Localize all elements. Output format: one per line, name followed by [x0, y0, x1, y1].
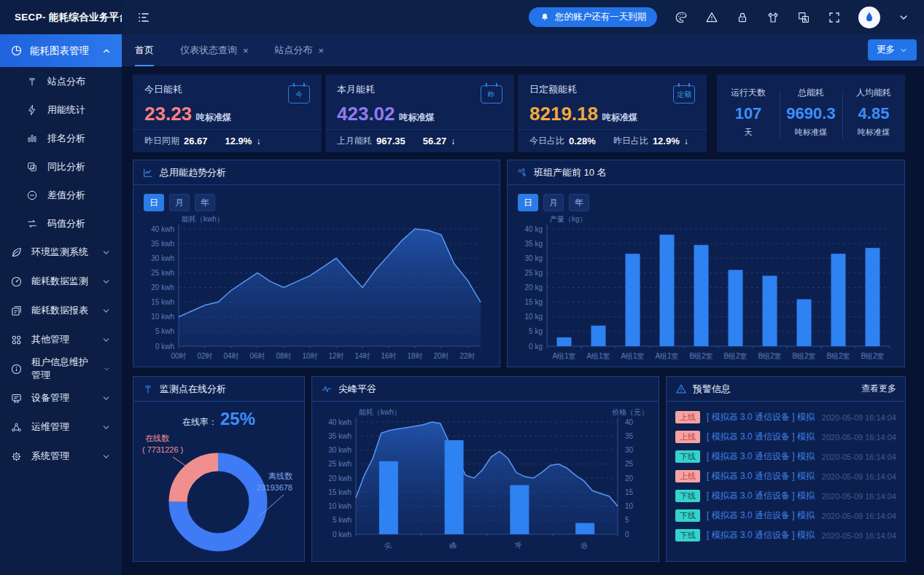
sidebar-item-energy-usage-stats[interactable]: 用能统计: [0, 95, 122, 124]
alert-row[interactable]: 上线 [ 模拟器 3.0 通信设备 ] 模拟器 3.0... 2020-05-0…: [675, 407, 896, 427]
sidebar-item-tenant-info-management[interactable]: 租户信息维护管理: [0, 354, 122, 383]
svg-text:10 kg: 10 kg: [525, 313, 543, 321]
period-tab-year[interactable]: 年: [569, 194, 589, 211]
sidebar-item-energy-chart-management[interactable]: 能耗图表管理: [0, 34, 122, 67]
svg-text:在线数: 在线数: [145, 434, 169, 442]
sidebar-item-yoy-analysis[interactable]: 同比分析: [0, 152, 122, 181]
svg-text:产量（kg）: 产量（kg）: [550, 215, 587, 223]
chevron-down-icon: [101, 277, 111, 286]
alert-text: [ 模拟器 3.0 通信设备 ] 模拟器 3.0...: [707, 431, 815, 443]
sidebar-item-system-management[interactable]: 系统管理: [0, 442, 122, 471]
period-tab-year[interactable]: 年: [195, 194, 215, 211]
close-icon[interactable]: ×: [243, 45, 249, 56]
close-icon[interactable]: ×: [319, 45, 325, 56]
period-tab-month[interactable]: 月: [169, 194, 190, 211]
chevron-down-icon[interactable]: [898, 12, 909, 23]
report-icon: [10, 305, 23, 317]
svg-text:16时: 16时: [381, 352, 396, 360]
app-title: SECP- 能耗综合业务平台: [15, 11, 129, 24]
panel-alerts: 预警信息 查看更多 上线 [ 模拟器 3.0 通信设备 ] 模拟器 3.0...…: [666, 376, 906, 562]
sidebar-item-label: 能耗数据报表: [31, 304, 88, 317]
alert-row[interactable]: 下线 [ 模拟器 3.0 通信设备 ] 模拟器 3.0... 2020-05-0…: [675, 447, 896, 466]
stat-card-value-row: 423.02吨标准煤: [337, 104, 502, 123]
palette-icon[interactable]: [675, 11, 688, 24]
fullscreen-icon[interactable]: [828, 11, 841, 24]
alert-list: 上线 [ 模拟器 3.0 通信设备 ] 模拟器 3.0... 2020-05-0…: [667, 402, 905, 545]
sidebar-item-difference-analysis[interactable]: 差值分析: [0, 181, 122, 209]
alert-row[interactable]: 下线 [ 模拟器 3.0 通信设备 ] 模拟器 3.0... 2020-05-0…: [675, 506, 896, 525]
sidebar-item-label: 其他管理: [31, 333, 69, 346]
svg-text:25 kg: 25 kg: [525, 269, 543, 277]
sidebar-item-label: 环境监测系统: [31, 246, 88, 259]
period-tab-day[interactable]: 日: [518, 194, 538, 211]
panel-header: 班组产能前 10 名: [508, 160, 904, 185]
chevron-down-icon: [103, 364, 111, 374]
sidebar-item-ops-management[interactable]: 运维管理: [0, 412, 122, 442]
svg-text:02时: 02时: [197, 352, 212, 360]
stat-card-value: 423.02: [337, 103, 395, 125]
stat-card-today-energy: 今日能耗 今 23.23吨标准煤 昨日同期 26.67 12.9% ↓: [133, 74, 322, 152]
period-tab-month[interactable]: 月: [543, 194, 564, 211]
svg-text:35 kwh: 35 kwh: [328, 432, 352, 440]
alert-time: 2020-05-09 16:14:04: [822, 472, 896, 481]
grid-icon: [10, 334, 23, 346]
alert-triangle-icon[interactable]: [705, 11, 718, 24]
svg-text:10 kwh: 10 kwh: [151, 313, 174, 321]
alert-row[interactable]: 下线 [ 模拟器 3.0 通信设备 ] 模拟器 3.0... 2020-05-0…: [675, 486, 896, 506]
period-tab-day[interactable]: 日: [144, 194, 164, 211]
alert-text: [ 模拟器 3.0 通信设备 ] 模拟器 3.0...: [707, 529, 815, 541]
sidebar-item-label: 同比分析: [47, 160, 85, 173]
stat-card-value: 8219.18: [529, 103, 598, 125]
tab-site-distribution[interactable]: 站点分布 ×: [275, 34, 325, 66]
alert-row[interactable]: 上线 [ 模拟器 3.0 通信设备 ] 模拟器 3.0... 2020-05-0…: [675, 466, 896, 486]
translate-icon[interactable]: [797, 11, 810, 24]
stat-card-unit: 吨标准煤: [400, 112, 435, 122]
tab-meter-status[interactable]: 仪表状态查询 ×: [180, 34, 249, 66]
down-arrow-icon: ↓: [256, 136, 260, 146]
svg-text:A组1室: A组1室: [586, 352, 610, 360]
sidebar-item-other-management[interactable]: 其他管理: [0, 325, 122, 354]
swap-icon: [26, 218, 38, 230]
alert-text: [ 模拟器 3.0 通信设备 ] 模拟器 3.0...: [707, 509, 815, 522]
tab-home[interactable]: 首页: [135, 34, 154, 66]
theme-skin-icon[interactable]: [766, 11, 780, 24]
menu-collapse-icon[interactable]: [136, 10, 151, 25]
sidebar-item-label: 能耗数据监测: [31, 275, 88, 288]
calendar-yesterday-icon: 昨: [481, 85, 502, 103]
sidebar-item-device-management[interactable]: 设备管理: [0, 383, 122, 412]
sidebar-item-energy-data-reports[interactable]: 能耗数据报表: [0, 296, 122, 325]
sidebar-item-site-distribution[interactable]: 站点分布: [0, 67, 122, 95]
account-notice-pill[interactable]: 您的账户还有一天到期: [529, 7, 657, 27]
view-more-link[interactable]: 查看更多: [861, 383, 896, 395]
sidebar-item-code-value-analysis[interactable]: 码值分析: [0, 209, 122, 238]
sidebar-item-label: 系统管理: [31, 450, 69, 463]
lock-icon[interactable]: [736, 11, 749, 24]
panel-header: 预警信息 查看更多: [667, 377, 905, 402]
svg-text:离线数: 离线数: [268, 472, 292, 480]
avatar-flame-icon: [863, 10, 875, 24]
app-logo: SECP- 能耗综合业务平台: [0, 0, 122, 34]
header-bar: 您的账户还有一天到期: [122, 0, 924, 34]
pie-chart-icon: [10, 44, 23, 57]
avatar[interactable]: [858, 7, 880, 28]
more-button[interactable]: 更多: [868, 39, 917, 60]
sidebar-item-label: 码值分析: [47, 217, 85, 230]
svg-text:能耗（kwh）: 能耗（kwh）: [182, 215, 224, 223]
sidebar-item-env-monitoring[interactable]: 环境监测系统: [0, 238, 122, 267]
sidebar-item-label: 能耗图表管理: [30, 44, 89, 58]
svg-text:18时: 18时: [407, 352, 422, 360]
alert-time: 2020-05-09 16:14:04: [822, 453, 896, 461]
sidebar-item-ranking-analysis[interactable]: 排名分析: [0, 124, 122, 152]
svg-text:A组1室: A组1室: [552, 352, 575, 360]
alert-row[interactable]: 上线 [ 模拟器 3.0 通信设备 ] 模拟器 3.0... 2020-05-0…: [675, 427, 896, 447]
alert-row[interactable]: 下线 [ 模拟器 3.0 通信设备 ] 模拟器 3.0... 2020-05-0…: [675, 525, 896, 545]
calendar-quota-icon: 定额: [673, 85, 695, 103]
sidebar-item-energy-data-monitoring[interactable]: 能耗数据监测: [0, 267, 122, 296]
svg-text:B组2室: B组2室: [689, 352, 713, 360]
svg-text:20时: 20时: [433, 352, 449, 360]
stat-card-value-row: 8219.18吨标准煤: [529, 104, 695, 123]
chevron-down-icon: [899, 46, 908, 55]
status-badge: 下线: [675, 490, 700, 502]
status-badge: 下线: [675, 529, 700, 541]
svg-text:B组2室: B组2室: [792, 352, 815, 360]
